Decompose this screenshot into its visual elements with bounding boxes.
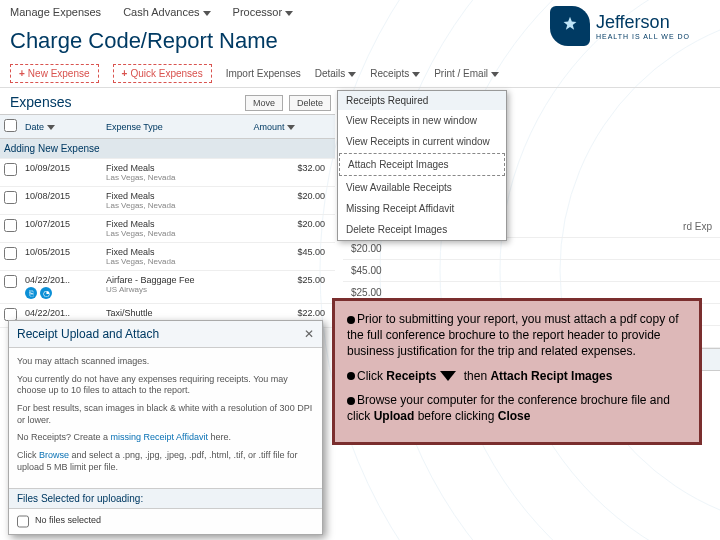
missing-affidavit-link[interactable]: missing Receipt Affidavit [111,432,208,442]
new-expense-label: New Expense [28,68,90,79]
upload-line5: Click Browse and select a .png, .jpg, .j… [17,450,314,473]
bullet-icon [347,316,355,324]
row-checkbox[interactable] [4,163,17,176]
cell-date: 10/09/2015 [21,159,102,187]
toolbar: +New Expense +Quick Expenses Import Expe… [0,60,720,88]
bullet-icon [347,372,355,380]
dd-missing-affidavit[interactable]: Missing Receipt Affidavit [338,198,506,219]
receipt-icon: ◔ [40,287,52,299]
nav-proc-label: Processor [233,6,283,18]
details-label: Details [315,68,346,79]
side-amount: $20.00 [343,238,720,260]
col-amount[interactable]: Amount [249,115,335,139]
top-nav: Manage Expenses Cash Advances Processor [0,0,720,20]
col-date-label: Date [25,122,44,132]
col-type[interactable]: Expense Type [102,115,249,139]
upload-line2: You currently do not have any expenses r… [17,374,314,397]
nav-cash-advances[interactable]: Cash Advances [123,6,210,18]
dd-receipts-required[interactable]: Receipts Required [338,91,506,110]
delete-button[interactable]: Delete [289,95,331,111]
instruct-receipts-word: Receipts [386,369,436,383]
new-expense-button[interactable]: +New Expense [10,64,99,83]
table-row[interactable]: 10/05/2015Fixed MealsLas Vegas, Nevada$4… [0,243,335,271]
caret-icon [348,72,356,77]
caret-icon [491,72,499,77]
instruct-close-word: Close [498,409,531,423]
cell-type: Fixed MealsLas Vegas, Nevada [102,187,249,215]
upload-title: Receipt Upload and Attach [17,327,159,341]
instruct-p1: Prior to submitting your report, you mus… [347,312,679,358]
upload-dialog: Receipt Upload and Attach ✕ You may atta… [8,320,323,535]
table-row[interactable]: 10/09/2015Fixed MealsLas Vegas, Nevada$3… [0,159,335,187]
caret-icon [287,125,295,130]
table-row[interactable]: 04/22/201..⎘◔Airfare - Baggage FeeUS Air… [0,271,335,304]
close-icon[interactable]: ✕ [304,327,314,341]
col-amount-label: Amount [253,122,284,132]
cell-type: Fixed MealsLas Vegas, Nevada [102,215,249,243]
bullet-icon [347,397,355,405]
table-row[interactable]: 10/08/2015Fixed MealsLas Vegas, Nevada$2… [0,187,335,215]
instruct-before: before clicking [414,409,497,423]
nav-processor[interactable]: Processor [233,6,294,18]
dd-view-current-window[interactable]: View Receipts in current window [338,131,506,152]
receipts-menu[interactable]: Receipts [370,68,420,79]
page-title: Charge Code/Report Name [0,20,720,60]
down-caret-icon [440,371,456,381]
import-expenses-link[interactable]: Import Expenses [226,68,301,79]
cell-type: Fixed MealsLas Vegas, Nevada [102,243,249,271]
instruct-upload-word: Upload [374,409,415,423]
plus-icon: + [19,68,25,79]
cell-amount: $25.00 [249,271,335,304]
caret-icon [47,125,55,130]
instruct-then: then [460,369,490,383]
cell-date: 10/05/2015 [21,243,102,271]
dd-delete-images[interactable]: Delete Receipt Images [338,219,506,240]
files-selected-header: Files Selected for uploading: [9,488,322,509]
upload-line1: You may attach scanned images. [17,356,314,368]
file-checkbox[interactable] [17,515,29,528]
caret-icon [285,11,293,16]
cell-type: Airfare - Baggage FeeUS Airways [102,271,249,304]
instruct-p2a: Click [357,369,386,383]
plus-icon: + [122,68,128,79]
side-amount: $45.00 [343,260,720,282]
receipts-dropdown: Receipts Required View Receipts in new w… [337,90,507,241]
move-button[interactable]: Move [245,95,283,111]
select-all-checkbox[interactable] [4,119,17,132]
details-menu[interactable]: Details [315,68,357,79]
browse-link[interactable]: Browse [39,450,69,460]
cell-type: Fixed MealsLas Vegas, Nevada [102,159,249,187]
row-checkbox[interactable] [4,275,17,288]
cell-amount: $20.00 [249,187,335,215]
expenses-heading: Expenses [10,94,71,110]
quick-expenses-button[interactable]: +Quick Expenses [113,64,212,83]
caret-icon [412,72,420,77]
row-checkbox[interactable] [4,219,17,232]
print-label: Print / Email [434,68,488,79]
credit-card-icon: ⎘ [25,287,37,299]
row-checkbox[interactable] [4,247,17,260]
instruct-attach-word: Attach Recipt Images [490,369,612,383]
expenses-table: Date Expense Type Amount Adding New Expe… [0,114,335,328]
caret-icon [203,11,211,16]
adding-new-expense-band: Adding New Expense [0,139,335,159]
dd-view-available[interactable]: View Available Receipts [338,177,506,198]
cell-date: 10/08/2015 [21,187,102,215]
row-checkbox[interactable] [4,191,17,204]
nav-cash-label: Cash Advances [123,6,199,18]
instruction-callout: Prior to submitting your report, you mus… [332,298,702,445]
upload-line4: No Receipts? Create a missing Receipt Af… [17,432,314,444]
cell-date: 04/22/201..⎘◔ [21,271,102,304]
nav-manage-expenses[interactable]: Manage Expenses [10,6,101,18]
cell-amount: $45.00 [249,243,335,271]
dd-attach-receipt-images[interactable]: Attach Receipt Images [339,153,505,176]
no-files-text: No files selected [35,515,101,528]
cell-amount: $20.00 [249,215,335,243]
table-row[interactable]: 10/07/2015Fixed MealsLas Vegas, Nevada$2… [0,215,335,243]
cell-date: 10/07/2015 [21,215,102,243]
upload-line3: For best results, scan images in black &… [17,403,314,426]
quick-expenses-label: Quick Expenses [130,68,202,79]
dd-view-new-window[interactable]: View Receipts in new window [338,110,506,131]
print-email-menu[interactable]: Print / Email [434,68,499,79]
col-date[interactable]: Date [21,115,102,139]
